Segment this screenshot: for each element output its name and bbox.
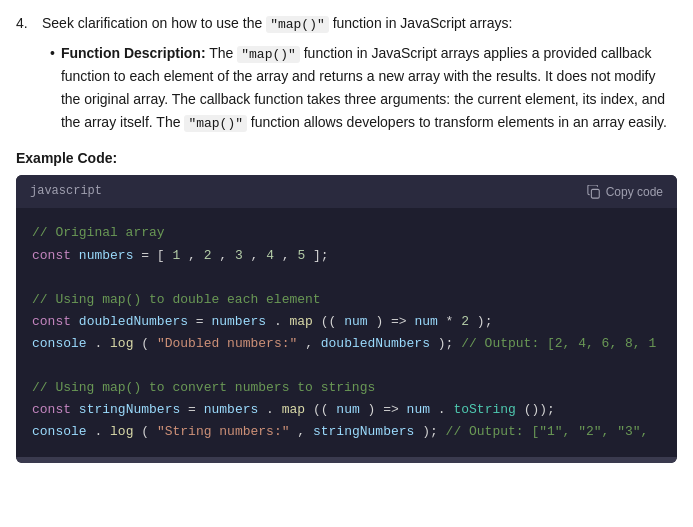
bullet-label: Function Description: (61, 45, 206, 61)
bullet-desc-3: function allows developers to transform … (247, 114, 667, 130)
item-number: 4. (16, 12, 36, 139)
map-code-ref: "map()" (266, 16, 329, 33)
code-line-empty-2 (32, 355, 661, 377)
code-line-6: console . log ( "Doubled numbers:" , dou… (32, 333, 661, 355)
copy-icon (587, 185, 601, 199)
code-line-8: // Using map() to convert numbers to str… (32, 377, 661, 399)
scrollbar[interactable] (16, 457, 677, 463)
code-body: // Original array const numbers = [ 1 , … (16, 208, 677, 457)
item-content: Seek clarification on how to use the "ma… (42, 12, 677, 139)
svg-rect-0 (591, 189, 599, 198)
code-line-2: const numbers = [ 1 , 2 , 3 , 4 , 5 ]; (32, 245, 661, 267)
example-label: Example Code: (16, 147, 677, 169)
copy-button[interactable]: Copy code (587, 185, 663, 199)
text-after: function in JavaScript arrays: (329, 15, 513, 31)
bullet-desc-1: The (209, 45, 237, 61)
item-text: Seek clarification on how to use the "ma… (42, 12, 677, 36)
code-line-9: const stringNumbers = numbers . map (( n… (32, 399, 661, 421)
bullet-content: Function Description: The "map()" functi… (61, 42, 677, 135)
code-block: javascript Copy code // Original array c… (16, 175, 677, 463)
bullet-item: • Function Description: The "map()" func… (50, 42, 677, 135)
code-block-header: javascript Copy code (16, 175, 677, 208)
code-lang: javascript (30, 182, 102, 201)
main-content: 4. Seek clarification on how to use the … (0, 0, 693, 475)
copy-label: Copy code (606, 185, 663, 199)
map-code-inline-2: "map()" (184, 115, 247, 132)
code-line-5: const doubledNumbers = numbers . map (( … (32, 311, 661, 333)
text-before: Seek clarification on how to use the (42, 15, 266, 31)
code-line-10: console . log ( "String numbers:" , stri… (32, 421, 661, 443)
bullet-marker: • (50, 42, 55, 135)
code-line-empty-1 (32, 267, 661, 289)
code-line-4: // Using map() to double each element (32, 289, 661, 311)
numbered-item-4: 4. Seek clarification on how to use the … (16, 12, 677, 139)
map-code-inline-1: "map()" (237, 46, 300, 63)
code-line-1: // Original array (32, 222, 661, 244)
